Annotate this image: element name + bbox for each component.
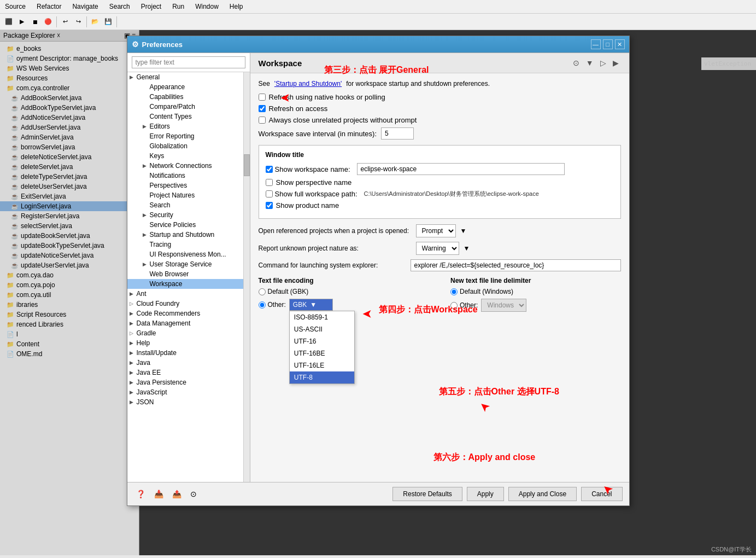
default-encoding-radio[interactable]	[259, 288, 266, 295]
refresh-native-label[interactable]: Refresh using native hooks or polling	[259, 93, 385, 101]
prefs-tree-node-java[interactable]: ▶Java	[127, 358, 243, 368]
prefs-tree-node-perspectives[interactable]: ▶Perspectives	[127, 181, 243, 190]
encoding-usascii-option[interactable]: US-ASCII	[290, 323, 354, 335]
default-encoding-label[interactable]: Default (GBK)	[259, 288, 309, 295]
prefs-tree-node-help[interactable]: ▶Help	[127, 338, 243, 348]
other-encoding-radio[interactable]	[259, 301, 266, 309]
prefs-tree-node-error-reporting[interactable]: ▶Error Reporting	[127, 131, 243, 141]
nav-dropdown-button[interactable]: ▼	[584, 57, 596, 68]
menu-window[interactable]: Window	[193, 2, 221, 11]
prefs-tree-node-java-ee[interactable]: ▶Java EE	[127, 368, 243, 377]
refresh-access-checkbox[interactable]	[259, 105, 266, 112]
other-delimiter-label[interactable]: Other:	[450, 301, 478, 309]
restore-defaults-button[interactable]: Restore Defaults	[392, 487, 462, 501]
prefs-tree-node-security[interactable]: ▶Security	[127, 210, 243, 220]
help-icon-button[interactable]: ❓	[134, 489, 148, 499]
prefs-tree-node-notifications[interactable]: ▶Notifications	[127, 171, 243, 181]
encoding-utf16-option[interactable]: UTF-16	[290, 335, 354, 347]
prefs-tree-node-ui-responsiveness[interactable]: ▶UI Responsiveness Mon...	[127, 249, 243, 259]
show-perspective-label[interactable]: Show perspective name	[266, 178, 352, 187]
prefs-tree-node-project-natures[interactable]: ▶Project Natures	[127, 190, 243, 200]
show-product-label[interactable]: Show product name	[266, 201, 339, 210]
menu-source[interactable]: Source	[3, 2, 28, 11]
prefs-tree-node-search[interactable]: ▶Search	[127, 200, 243, 210]
toolbar-btn-4[interactable]: 🔴	[42, 16, 54, 28]
menu-navigate[interactable]: Navigate	[70, 2, 100, 11]
other-delimiter-radio[interactable]	[450, 302, 458, 309]
toolbar-btn-1[interactable]: ⬛	[3, 16, 15, 28]
command-input[interactable]	[411, 259, 621, 271]
show-full-path-label[interactable]: Show full workspace path:	[266, 190, 358, 198]
prefs-tree-node-code-recommenders[interactable]: ▶Code Recommenders	[127, 309, 243, 318]
apply-close-button[interactable]: Apply and Close	[508, 487, 577, 501]
encoding-select-display[interactable]: GBK ▼	[289, 299, 333, 311]
prefs-tree-node-globalization[interactable]: ▶Globalization	[127, 141, 243, 151]
default-delimiter-label[interactable]: Default (Windows)	[450, 288, 513, 295]
prefs-tree-node-capabilities[interactable]: ▶Capabilities	[127, 92, 243, 102]
nav-forward-button[interactable]: ▷	[598, 57, 608, 68]
prefs-tree-node-gradle[interactable]: ▷Gradle	[127, 328, 243, 338]
show-full-path-checkbox[interactable]	[266, 190, 273, 197]
refresh-access-label[interactable]: Refresh on access	[259, 104, 328, 113]
toolbar-btn-6[interactable]: ↪	[72, 16, 84, 28]
encoding-utf16le-option[interactable]: UTF-16LE	[290, 359, 354, 371]
menu-project[interactable]: Project	[139, 2, 163, 11]
prefs-tree-node-workspace[interactable]: ▶Workspace	[127, 279, 243, 289]
prefs-tree-node-keys[interactable]: ▶Keys	[127, 151, 243, 161]
prefs-tree-node-json[interactable]: ▶JSON	[127, 397, 243, 407]
import-icon-button[interactable]: 📥	[152, 489, 166, 499]
show-workspace-name-checkbox[interactable]	[266, 166, 273, 173]
report-unknown-select[interactable]: Warning Error Ignore	[416, 242, 459, 255]
menu-help[interactable]: Help	[227, 2, 245, 11]
maximize-button[interactable]: □	[603, 39, 613, 49]
toolbar-btn-7[interactable]: 📂	[89, 16, 101, 28]
prefs-tree-node-compare-patch[interactable]: ▶Compare/Patch	[127, 102, 243, 112]
search-input[interactable]	[132, 56, 245, 68]
prefs-tree-node-ant[interactable]: ▶Ant	[127, 289, 243, 299]
prefs-tree-node-java-persistence[interactable]: ▶Java Persistence	[127, 377, 243, 387]
close-button[interactable]: ✕	[615, 39, 625, 49]
tree-scrollbar[interactable]	[243, 72, 250, 482]
prefs-tree-node-content-types[interactable]: ▶Content Types	[127, 112, 243, 121]
toolbar-btn-8[interactable]: 💾	[102, 16, 114, 28]
toolbar-btn-3[interactable]: ⏹	[29, 16, 41, 28]
menu-refactor[interactable]: Refactor	[34, 2, 63, 11]
prefs-tree-node-editors[interactable]: ▶Editors	[127, 121, 243, 131]
prefs-tree-node-web-browser[interactable]: ▶Web Browser	[127, 269, 243, 279]
prefs-tree-node-user-storage[interactable]: ▶User Storage Service	[127, 259, 243, 269]
startup-link[interactable]: 'Startup and Shutdown'	[274, 80, 342, 88]
prefs-tree-node-appearance[interactable]: ▶Appearance	[127, 82, 243, 92]
prefs-tree-node-general[interactable]: ▶General	[127, 72, 243, 82]
prefs-tree-node-data-management[interactable]: ▶Data Management	[127, 318, 243, 328]
prefs-tree-node-tracing[interactable]: ▶Tracing	[127, 240, 243, 249]
nav-back-button[interactable]: ⊙	[571, 57, 582, 68]
refresh-native-checkbox[interactable]	[259, 94, 266, 101]
menu-run[interactable]: Run	[170, 2, 186, 11]
export-icon-button[interactable]: 📤	[170, 489, 184, 499]
menu-search[interactable]: Search	[107, 2, 132, 11]
encoding-utf16be-option[interactable]: UTF-16BE	[290, 347, 354, 359]
save-interval-input[interactable]	[381, 127, 414, 140]
prefs-tree-node-startup-shutdown[interactable]: ▶Startup and Shutdown	[127, 230, 243, 240]
show-workspace-name-label[interactable]: Show workspace name:	[266, 165, 350, 173]
prefs-tree-node-network-connections[interactable]: ▶Network Connections	[127, 161, 243, 171]
always-close-checkbox[interactable]	[259, 117, 266, 124]
other-encoding-label[interactable]: Other:	[259, 301, 286, 309]
minimize-button[interactable]: —	[591, 39, 601, 49]
nav-forward2-button[interactable]: ▶	[611, 57, 621, 68]
encoding-utf8-option[interactable]: UTF-8	[290, 371, 354, 383]
always-close-label[interactable]: Always close unrelated projects without …	[259, 116, 417, 124]
prefs-tree-node-install-update[interactable]: ▶Install/Update	[127, 348, 243, 358]
apply-button[interactable]: Apply	[467, 487, 504, 501]
prefs-tree-node-cloud-foundry[interactable]: ▷Cloud Foundry	[127, 299, 243, 309]
default-delimiter-radio[interactable]	[450, 288, 458, 295]
toolbar-btn-2[interactable]: ▶	[16, 16, 28, 28]
encoding-iso-option[interactable]: ISO-8859-1	[290, 311, 354, 323]
delimiter-select[interactable]: Windows Unix macOS	[481, 299, 526, 312]
toolbar-btn-5[interactable]: ↩	[59, 16, 71, 28]
prefs-tree-node-javascript[interactable]: ▶JavaScript	[127, 387, 243, 397]
settings-icon-button[interactable]: ⊙	[188, 489, 199, 499]
show-product-checkbox[interactable]	[266, 202, 273, 209]
prefs-tree-node-service-policies[interactable]: ▶Service Policies	[127, 220, 243, 230]
workspace-name-input[interactable]	[357, 163, 565, 175]
